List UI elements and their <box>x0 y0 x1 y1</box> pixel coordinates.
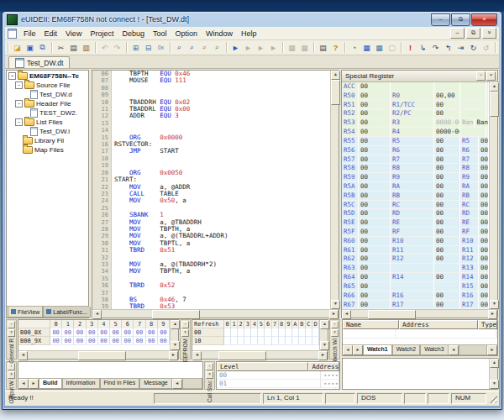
ram-row[interactable]: B00_8X 00000000000000000000 <box>18 328 170 337</box>
eeprom-cell[interactable] <box>224 337 231 345</box>
tab-test-dw[interactable]: Test_DW.dt <box>8 56 70 68</box>
register-row[interactable]: ACC00 <box>342 82 489 92</box>
ram-cell[interactable]: 00 <box>98 328 110 337</box>
eeprom-cell[interactable] <box>231 337 238 345</box>
close-panel-button[interactable]: × <box>181 329 189 337</box>
eeprom-cell[interactable] <box>299 337 306 345</box>
maximize-button[interactable]: ⧉ <box>451 13 470 26</box>
stop-icon[interactable]: ⊘ <box>498 42 499 53</box>
free-run-icon[interactable]: ↺ <box>480 42 492 53</box>
register-row[interactable]: R6400R1400R1400 <box>342 273 489 282</box>
download-icon[interactable]: ▦ <box>360 42 373 53</box>
eeprom-cell[interactable] <box>272 328 279 337</box>
eeprom-cell[interactable] <box>265 337 271 345</box>
register-row[interactable]: R5D00RD00RD00 <box>342 209 489 218</box>
tab-scroll-right-icon[interactable]: ► <box>487 345 497 355</box>
eeprom-cell[interactable] <box>286 337 292 345</box>
scroll-right-icon[interactable]: ► <box>169 351 178 360</box>
dock-pin-button[interactable]: ▫ <box>181 321 189 328</box>
register-row[interactable]: R5100R1/TCC00 <box>342 101 489 110</box>
special-register-header[interactable]: Special Register ▫× <box>342 71 497 82</box>
register-row[interactable]: R6700R1700R1700 <box>342 301 489 310</box>
resize-grip[interactable] <box>488 394 497 403</box>
reset-icon[interactable]: ↻ <box>467 42 480 53</box>
tree-item-list-files[interactable]: - List Files <box>7 118 88 127</box>
call-stack-strip-label[interactable]: Call Stac <box>207 381 213 402</box>
tab-watch3[interactable]: Watch3 <box>420 345 448 355</box>
watch-column-header[interactable]: Name <box>343 320 399 329</box>
scroll-down-icon[interactable]: ▼ <box>490 380 499 389</box>
output-window-strip-label[interactable]: Output W <box>8 381 14 403</box>
mdi-minimize-button[interactable]: – <box>450 28 465 39</box>
hex-display-icon[interactable]: 0x <box>155 42 167 53</box>
dock-pin-button[interactable]: ▫ <box>476 71 486 81</box>
close-panel-button[interactable]: × <box>8 371 15 379</box>
ram-cell[interactable]: 00 <box>134 337 145 345</box>
scroll-up-icon[interactable]: ▲ <box>490 359 499 368</box>
register-row[interactable]: R6200R1200R1200 <box>342 255 489 264</box>
tree-item-project-root[interactable]: - EM68F758N--Te <box>7 71 88 81</box>
register-row[interactable]: R5900R900R900 <box>342 173 489 182</box>
register-row[interactable]: R5300R30000-0000Bank1Ban <box>342 118 489 128</box>
dock-pin-button[interactable]: ▫ <box>8 363 15 370</box>
scroll-down-icon[interactable]: ▼ <box>490 300 499 309</box>
eeprom-row[interactable]: 00 <box>192 328 319 337</box>
ram-cell[interactable]: 00 <box>122 328 134 337</box>
eeprom-cell[interactable] <box>258 328 265 337</box>
register-row[interactable]: R6000R1000R1000 <box>342 237 489 246</box>
minimize-button[interactable]: – <box>431 13 450 26</box>
ram-cell[interactable]: 00 <box>146 328 158 337</box>
tree-expander-icon[interactable] <box>23 92 29 97</box>
menu-view[interactable]: View <box>61 28 86 39</box>
panel-vertical-scrollbar[interactable]: ▲ ▼ <box>489 359 497 389</box>
tree-item-test-dw2-header[interactable]: TEST_DW2. <box>7 108 88 118</box>
ram-cell[interactable]: 00 <box>62 337 74 345</box>
copy-icon[interactable]: ▤ <box>67 42 80 53</box>
connect-icon[interactable]: ◔ <box>348 42 360 53</box>
eeprom-cell[interactable] <box>251 328 258 337</box>
register-row[interactable]: R5A00RA00RA00 <box>342 182 489 192</box>
close-panel-button[interactable]: × <box>206 371 213 379</box>
eeprom-cell[interactable] <box>251 337 258 345</box>
mdi-close-button[interactable]: × <box>482 28 496 39</box>
step-into-icon[interactable]: ↳ <box>417 42 429 53</box>
editor-horizontal-scrollbar[interactable]: ◄ ► <box>92 309 339 318</box>
eeprom-strip-label[interactable]: EEPROM <box>182 339 188 362</box>
tab-watch2[interactable]: Watch2 <box>392 345 420 355</box>
tab-information[interactable]: Information <box>62 379 100 389</box>
ram-cell[interactable]: 00 <box>50 328 62 337</box>
eeprom-cell[interactable] <box>224 328 231 337</box>
eeprom-cell[interactable] <box>306 328 312 337</box>
eeprom-cell[interactable] <box>258 337 265 345</box>
ram-cell[interactable]: 00 <box>110 328 122 337</box>
scrollbar-thumb[interactable] <box>78 351 126 360</box>
call-stack-row[interactable]: 01---- <box>217 380 339 388</box>
register-row[interactable]: R5700R700R700 <box>342 155 489 165</box>
eeprom-cell[interactable] <box>244 328 251 337</box>
watch-window-strip-label[interactable]: Watch Wi <box>332 339 338 362</box>
dock-pin-button[interactable]: ▫ <box>206 363 213 370</box>
paste-icon[interactable]: ▥ <box>80 42 92 53</box>
tab-scroll-left-icon[interactable]: ◄ <box>172 379 182 389</box>
ram-cell[interactable]: 00 <box>158 328 170 337</box>
call-stack-row[interactable]: 02 <box>217 388 339 390</box>
menu-edit[interactable]: Edit <box>40 28 62 39</box>
menu-project[interactable]: Project <box>86 28 118 39</box>
trace-percent-icon[interactable]: ► <box>267 42 280 53</box>
ram-cell[interactable]: 00 <box>50 337 62 345</box>
cut-icon[interactable]: ✂ <box>55 42 67 53</box>
save-icon[interactable]: ▣ <box>24 42 36 53</box>
tab-scroll-left-icon[interactable]: ◄ <box>18 379 29 389</box>
register-row[interactable]: R5F00RF00RF00 <box>342 228 489 237</box>
menu-file[interactable]: File <box>19 28 40 39</box>
build-icon[interactable]: ! <box>404 42 417 53</box>
tree-expander-icon[interactable] <box>23 129 29 134</box>
tab-build[interactable]: Build <box>39 379 62 389</box>
register-row[interactable]: R5B00RB00RB00 <box>342 192 489 201</box>
tree-item-test-dw-list[interactable]: Test_DW.l <box>7 127 88 136</box>
scrollbar-thumb[interactable] <box>490 92 499 117</box>
eeprom-cell[interactable] <box>238 328 244 337</box>
tab-scroll-left-icon[interactable]: ◄ <box>343 345 353 355</box>
output-window-icon[interactable]: ⊟ <box>142 42 155 53</box>
editor-vertical-scrollbar[interactable]: ▲ ▼ <box>330 71 339 309</box>
